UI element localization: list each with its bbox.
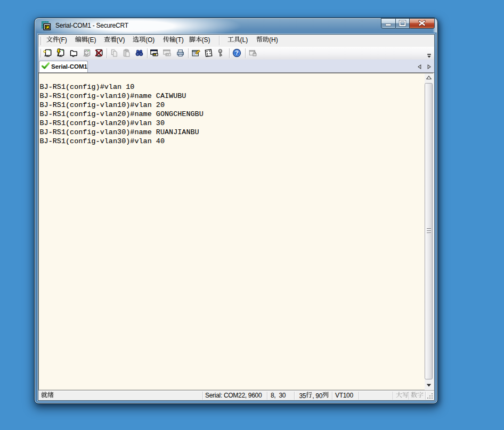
svg-text:?: ?	[235, 49, 239, 56]
